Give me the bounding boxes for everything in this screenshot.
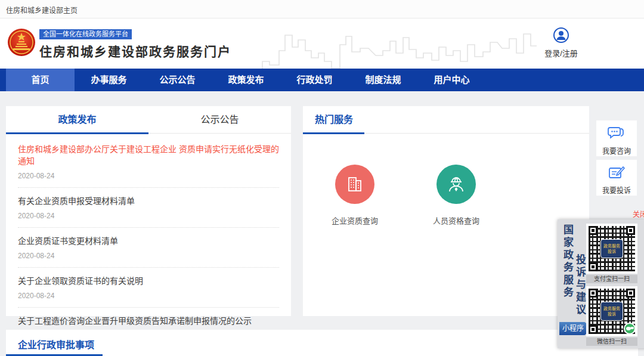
qr-finder: [589, 289, 597, 298]
news-title: 住房和城乡建设部办公厅关于建设工程企业 资质申请实行无纸化受理的通知: [18, 143, 279, 166]
qr-finder: [589, 226, 597, 235]
news-date: 2020-08-24: [18, 172, 279, 180]
qr-finder: [626, 226, 635, 235]
building-icon: [335, 165, 374, 204]
alipay-qr-code: 政务服务投诉: [586, 224, 637, 274]
service-personnel-qualification[interactable]: 人员资格查询: [433, 165, 479, 226]
qr-finder: [589, 262, 597, 271]
nav-item-services[interactable]: 办事服务: [75, 69, 143, 91]
qr-center-label: 政务服务投诉: [600, 239, 623, 258]
news-item[interactable]: 住房和城乡建设部办公厅关于建设工程企业 资质申请实行无纸化受理的通知 2020-…: [18, 136, 279, 188]
gov-complaint-widget: 国家政务服务 投诉与建议 小程序 政务服务投诉 支付宝扫一扫 政务服务投诉 微信…: [558, 219, 644, 348]
wechat-icon: [624, 323, 636, 335]
worker-icon: [436, 165, 476, 204]
wechat-scan-caption: 微信扫一扫: [586, 338, 637, 346]
wechat-qr-code: 政务服务投诉: [586, 286, 637, 336]
services-row: 企业资质查询 人员资格查询: [303, 134, 589, 226]
enterprise-approval-title: 企业行政审批事项: [18, 337, 94, 351]
qr-finder: [589, 325, 597, 334]
nav-item-policy[interactable]: 政策发布: [212, 69, 280, 91]
close-widget-link[interactable]: 关闭: [633, 209, 644, 219]
nav-item-user-center[interactable]: 用户中心: [417, 69, 486, 91]
nav-item-regulations[interactable]: 制度法规: [349, 69, 417, 91]
hot-services-header: 热门服务: [303, 106, 589, 134]
nav-item-penalties[interactable]: 行政处罚: [280, 69, 349, 91]
news-item[interactable]: 关于企业领取资质证书的有关说明 2020-08-24: [18, 268, 279, 308]
news-date: 2020-08-24: [18, 252, 279, 260]
nav-item-announcements[interactable]: 公示公告: [143, 69, 212, 91]
service-label: 人员资格查询: [433, 215, 479, 226]
qr-finder: [626, 289, 635, 298]
consult-label: 我要咨询: [596, 146, 637, 156]
header-title-block: 全国一体化在线政务服务平台 住房和城乡建设部政务服务门户: [39, 28, 231, 60]
news-tabs: 政策发布 公示公告: [6, 106, 291, 134]
service-label: 企业资质查询: [332, 215, 378, 226]
qr-center-label: 政务服务投诉: [600, 302, 623, 321]
user-avatar-icon: [553, 27, 569, 43]
topbar: 住房和城乡建设部主页: [0, 0, 644, 18]
news-panel: 政策发布 公示公告 住房和城乡建设部办公厅关于建设工程企业 资质申请实行无纸化受…: [6, 106, 291, 316]
main-nav: 首页 办事服务 公示公告 政策发布 行政处罚 制度法规 用户中心: [0, 69, 644, 91]
tab-public-announcement[interactable]: 公示公告: [148, 106, 291, 133]
consult-button[interactable]: 我要咨询: [596, 120, 637, 156]
complaint-button[interactable]: 我要投诉: [596, 160, 637, 196]
alipay-scan-caption: 支付宝扫一扫: [586, 275, 637, 283]
city-skyline-graphic: [261, 27, 537, 69]
news-list: 住房和城乡建设部办公厅关于建设工程企业 资质申请实行无纸化受理的通知 2020-…: [6, 134, 291, 347]
news-title: 企业资质证书变更材料清单: [18, 234, 279, 246]
page-title: 住房和城乡建设部政务服务门户: [39, 42, 231, 60]
hot-services-title: 热门服务: [315, 106, 353, 133]
login-register-label: 登录/注册: [540, 47, 582, 58]
news-title: 关于工程造价咨询企业晋升甲级资质告知承诺制申报情况的公示: [18, 314, 279, 326]
tab-policy-release[interactable]: 政策发布: [6, 106, 148, 133]
widget-vertical-title-2: 投诉与建议: [572, 254, 587, 317]
news-date: 2020-08-24: [18, 212, 279, 220]
enterprise-approval-panel: 企业行政审批事项: [6, 330, 638, 356]
news-title: 关于企业领取资质证书的有关说明: [18, 274, 279, 286]
hot-services-panel: 热门服务 企业资质查询: [303, 106, 589, 316]
national-emblem-logo: [7, 28, 36, 57]
complaint-label: 我要投诉: [596, 185, 637, 195]
complaint-icon: [608, 165, 626, 181]
chat-icon: [608, 126, 626, 141]
news-item[interactable]: 有关企业资质申报受理材料清单 2020-08-24: [18, 188, 279, 228]
page: 住房和城乡建设部主页 全国一体化在线政务服务平台 住房和城乡建设部政务服务门户: [0, 0, 644, 356]
header: 全国一体化在线政务服务平台 住房和城乡建设部政务服务门户 登录/注册: [0, 18, 644, 69]
news-item[interactable]: 企业资质证书变更材料清单 2020-08-24: [18, 228, 279, 268]
nav-item-home[interactable]: 首页: [6, 69, 75, 91]
news-title: 有关企业资质申报受理材料清单: [18, 194, 279, 206]
ministry-home-link[interactable]: 住房和城乡建设部主页: [6, 5, 78, 15]
news-date: 2020-08-24: [18, 292, 279, 300]
service-enterprise-qualification[interactable]: 企业资质查询: [332, 165, 378, 226]
login-register-button[interactable]: 登录/注册: [540, 27, 582, 58]
platform-badge: 全国一体化在线政务服务平台: [39, 29, 132, 39]
